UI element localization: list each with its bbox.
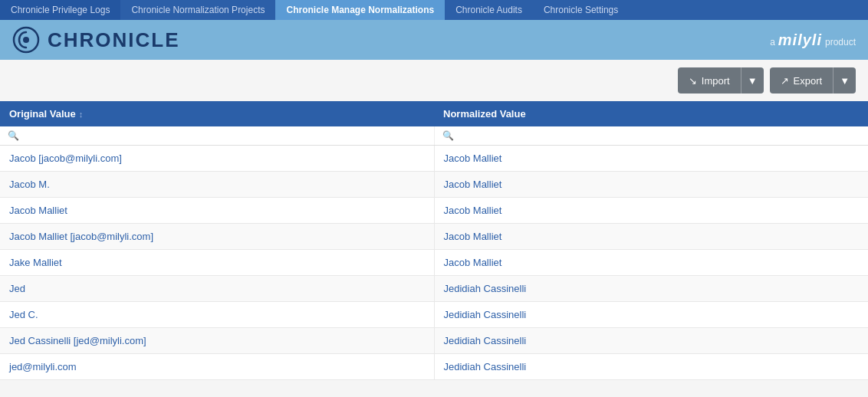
nav-audits[interactable]: Chronicle Audits (445, 0, 533, 20)
table-row: Jed Jedidiah Cassinelli (0, 276, 868, 302)
original-value-cell: Jacob M. (0, 172, 435, 197)
import-button-group: ↘ Import ▼ (678, 67, 764, 94)
original-value-cell: Jed C. (0, 302, 435, 327)
table-row: Jacob Malliet Jacob Malliet (0, 198, 868, 224)
table-body: Jacob [jacob@milyli.com] Jacob Malliet J… (0, 146, 868, 380)
table-row: Jacob [jacob@milyli.com] Jacob Malliet (0, 146, 868, 172)
import-dropdown-button[interactable]: ▼ (741, 67, 764, 94)
export-button-group: ↗ Export ▼ (770, 67, 856, 94)
normalized-value-cell: Jedidiah Cassinelli (435, 302, 869, 327)
toolbar: ↘ Import ▼ ↗ Export ▼ (0, 60, 868, 101)
import-icon: ↘ (689, 75, 697, 87)
svg-point-1 (23, 37, 29, 43)
import-chevron-icon: ▼ (748, 75, 758, 87)
normalized-search-input[interactable] (457, 130, 861, 141)
table-search-row: 🔍 🔍 (0, 126, 868, 146)
sort-icon[interactable]: ↕ (79, 110, 84, 119)
milyli-brand-name: milyli (778, 31, 822, 49)
normalized-value-cell: Jacob Malliet (435, 198, 869, 223)
import-button[interactable]: ↘ Import (678, 67, 741, 94)
table-row: Jed C. Jedidiah Cassinelli (0, 302, 868, 328)
normalization-table: Original Value ↕ Normalized Value 🔍 🔍 Ja… (0, 101, 868, 380)
export-dropdown-button[interactable]: ▼ (833, 67, 856, 94)
original-value-cell: Jed (0, 276, 435, 301)
search-icon-normalized: 🔍 (442, 130, 454, 141)
nav-settings[interactable]: Chronicle Settings (533, 0, 629, 20)
export-button[interactable]: ↗ Export (770, 67, 833, 94)
table-row: Jed Cassinelli [jed@milyli.com] Jedidiah… (0, 328, 868, 354)
normalized-value-cell: Jedidiah Cassinelli (435, 276, 869, 301)
original-value-cell: Jacob Malliet [jacob@milyli.com] (0, 224, 435, 249)
original-value-cell: jed@milyli.com (0, 354, 435, 379)
nav-normalization-projects[interactable]: Chronicle Normalization Projects (120, 0, 275, 20)
original-value-cell: Jake Malliet (0, 250, 435, 275)
column-original-value: Original Value ↕ (0, 101, 434, 126)
logo: CHRONICLE (12, 26, 180, 54)
export-icon: ↗ (781, 75, 789, 87)
milyli-product-label: product (825, 37, 856, 48)
normalized-value-cell: Jacob Malliet (435, 172, 869, 197)
milyli-a-label: a (770, 37, 775, 48)
column-normalized-value: Normalized Value (434, 101, 868, 126)
normalized-value-label: Normalized Value (443, 108, 526, 120)
normalized-search-cell: 🔍 (435, 126, 869, 145)
export-label: Export (794, 75, 823, 87)
normalized-value-cell: Jedidiah Cassinelli (435, 354, 869, 379)
original-value-label: Original Value (9, 108, 76, 120)
original-value-cell: Jacob [jacob@milyli.com] (0, 146, 435, 171)
normalized-value-cell: Jacob Malliet (435, 250, 869, 275)
original-search-cell: 🔍 (0, 126, 435, 145)
top-navigation: Chronicle Privilege Logs Chronicle Norma… (0, 0, 868, 20)
original-value-cell: Jacob Malliet (0, 198, 435, 223)
original-value-cell: Jed Cassinelli [jed@milyli.com] (0, 328, 435, 353)
milyli-branding: a milyli product (770, 31, 856, 49)
original-search-input[interactable] (22, 130, 426, 141)
normalized-value-cell: Jacob Malliet (435, 146, 869, 171)
table-row: Jacob Malliet [jacob@milyli.com] Jacob M… (0, 224, 868, 250)
nav-privilege-logs[interactable]: Chronicle Privilege Logs (0, 0, 120, 20)
normalized-value-cell: Jacob Malliet (435, 224, 869, 249)
table-row: Jacob M. Jacob Malliet (0, 172, 868, 198)
search-icon-original: 🔍 (8, 130, 19, 141)
chronicle-logo-icon (12, 26, 40, 54)
logo-text: CHRONICLE (48, 28, 180, 52)
normalized-value-cell: Jedidiah Cassinelli (435, 328, 869, 353)
header-bar: CHRONICLE a milyli product (0, 20, 868, 60)
export-chevron-icon: ▼ (840, 75, 850, 87)
nav-manage-normalizations[interactable]: Chronicle Manage Normalizations (275, 0, 445, 20)
table-row: Jake Malliet Jacob Malliet (0, 250, 868, 276)
table-header-row: Original Value ↕ Normalized Value (0, 101, 868, 126)
table-row: jed@milyli.com Jedidiah Cassinelli (0, 354, 868, 380)
import-label: Import (702, 75, 730, 87)
